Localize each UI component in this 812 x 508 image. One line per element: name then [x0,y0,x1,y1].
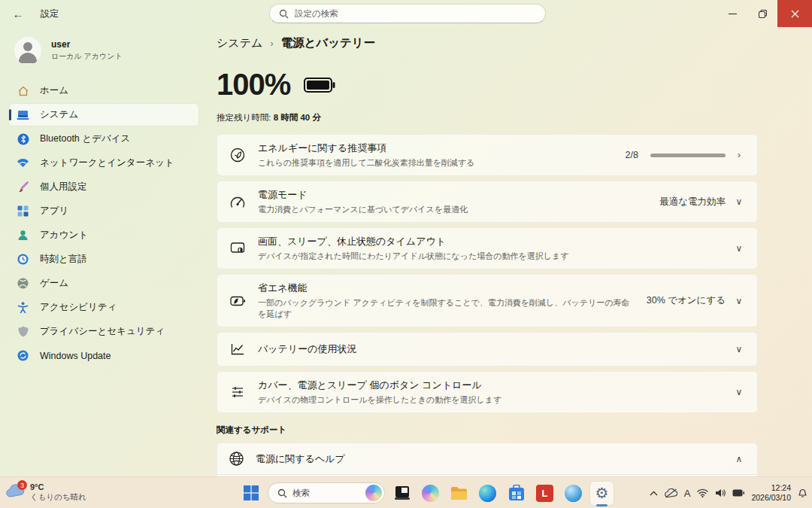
ime-mode-indicator[interactable]: A [684,488,691,499]
taskbar-search-input[interactable]: 検索 [268,482,385,503]
energy-recommendations-row[interactable]: エネルギーに関する推奨事項 これらの推奨事項を適用して二酸化炭素排出量を削減する… [217,134,758,176]
row-subtitle: デバイスの物理コントロールを操作したときの動作を選択します [258,394,721,406]
sidebar: user ローカル アカウント ホーム システム Bluetooth とデバイス… [0,27,208,476]
sidebar-item-label: ホーム [40,84,68,97]
power-help-expander[interactable]: 電源に関するヘルプ ∧ [217,443,757,474]
tray-date: 2026/03/10 [751,493,791,503]
sidebar-item-gaming[interactable]: ゲーム [9,272,198,294]
sidebar-item-apps[interactable]: アプリ [9,200,198,222]
search-icon [279,9,289,19]
battery-percent: 100% [217,68,290,102]
onedrive-paused-icon[interactable] [665,488,677,498]
search-icon [277,488,287,498]
row-subtitle: 電力消費とパフォーマンスに基づいてデバイスを最適化 [258,204,647,215]
settings-app-icon[interactable]: ⚙ [590,482,614,505]
sidebar-item-network[interactable]: ネットワークとインターネット [9,152,198,174]
battery-saver-icon [229,296,246,306]
battery-usage-row[interactable]: バッテリーの使用状況 ∨ [217,332,758,367]
file-explorer-icon[interactable] [447,482,471,505]
sidebar-item-label: 時刻と言語 [40,253,87,266]
screen-sleep-timeouts-row[interactable]: 画面、スリープ、休止状態のタイムアウト デバイスが指定された時間にわたりアイドル… [217,227,758,269]
chevron-down-icon[interactable]: ∨ [733,296,745,306]
volume-icon[interactable] [715,488,726,497]
sidebar-item-label: システム [40,108,78,121]
notification-bell-icon[interactable] [798,488,807,498]
power-help-title: 電源に関するヘルプ [256,452,721,466]
breadcrumb-separator: › [270,38,273,49]
sidebar-item-windows-update[interactable]: Windows Update [9,345,198,367]
sidebar-item-label: Bluetooth とデバイス [40,132,130,145]
lid-power-sleep-controls-row[interactable]: カバー、電源とスリープ 個のボタン コントロール デバイスの物理コントロールを操… [217,371,758,413]
sidebar-item-privacy[interactable]: プライバシーとセキュリティ [9,321,198,342]
close-button[interactable] [777,0,812,27]
back-button[interactable]: ← [8,8,29,20]
chevron-down-icon[interactable]: ∨ [733,243,745,254]
chevron-down-icon[interactable]: ∨ [733,387,745,397]
sidebar-item-time-language[interactable]: 時刻と言語 [9,248,198,270]
leaf-icon [229,148,246,163]
row-title: エネルギーに関する推奨事項 [258,141,614,155]
sidebar-item-home[interactable]: ホーム [9,80,198,102]
energy-saver-dropdown-value[interactable]: 30% でオンにする [647,294,726,307]
row-subtitle: デバイスが指定された時間にわたりアイドル状態になった場合の動作を選択します [258,251,721,262]
chevron-right-icon[interactable]: › [733,150,745,160]
estimate-value: 8 時間 40 分 [274,113,321,122]
xbox-icon [17,277,29,290]
edge-icon[interactable] [476,482,499,505]
minimize-button[interactable] [717,0,747,27]
hidden-icons-button[interactable] [650,491,658,496]
power-mode-dropdown-value[interactable]: 最適な電力効率 [659,196,726,208]
microsoft-store-icon[interactable] [504,482,528,505]
line-app-icon[interactable]: L [533,482,556,505]
notebook-app-icon[interactable] [390,482,414,505]
person-icon [17,229,29,242]
sidebar-item-label: アプリ [40,205,68,217]
sidebar-item-label: プライバシーとセキュリティ [40,325,165,338]
search-placeholder: 設定の検索 [295,8,338,20]
weather-widget[interactable]: 3 9°C くもりのち晴れ [6,481,86,503]
sidebar-item-accessibility[interactable]: アクセシビリティ [9,297,198,318]
sidebar-item-bluetooth[interactable]: Bluetooth とデバイス [9,128,198,150]
battery-estimate: 推定残り時間: 8 時間 40 分 [217,112,758,123]
system-icon [17,108,29,121]
recommendations-progressbar [650,154,726,157]
taskbar: 3 9°C くもりのち晴れ 検索 L ⚙ [0,476,812,508]
clock[interactable]: 12:24 2026/03/10 [751,483,791,503]
sidebar-item-label: アカウント [40,229,88,242]
wifi-tray-icon[interactable] [697,488,708,497]
clock-icon [17,253,29,266]
avatar [14,36,42,65]
sidebar-item-label: ネットワークとインターネット [40,157,174,169]
gauge-icon [229,196,246,208]
breadcrumb-system[interactable]: システム [217,36,262,50]
chevron-down-icon[interactable]: ∨ [733,344,745,354]
sidebar-item-personalization[interactable]: 個人用設定 [9,176,198,198]
battery-tray-icon[interactable] [732,489,744,497]
start-button[interactable] [239,482,262,505]
copilot-search-icon[interactable] [365,485,382,501]
blue-sphere-app-icon[interactable] [562,482,585,505]
update-icon [17,349,29,362]
app-title: 設定 [41,8,59,20]
user-account-item[interactable]: user ローカル アカウント [9,33,198,68]
weather-condition: くもりのち晴れ [30,492,86,503]
taskbar-search-label: 検索 [292,488,360,499]
titlebar: ← 設定 設定の検索 [0,0,812,27]
row-title: 省エネ機能 [258,281,635,295]
battery-icon [304,77,335,93]
apps-icon [17,205,29,217]
power-mode-row[interactable]: 電源モード 電力消費とパフォーマンスに基づいてデバイスを最適化 最適な電力効率 … [217,181,758,223]
sidebar-item-label: アクセシビリティ [40,301,117,314]
user-account-type: ローカル アカウント [51,51,123,62]
chart-icon [229,343,246,355]
settings-search-input[interactable]: 設定の検索 [269,4,546,23]
accessibility-icon [17,301,29,314]
chevron-up-icon[interactable]: ∧ [733,454,745,464]
sidebar-item-system[interactable]: システム [9,104,198,126]
chevron-down-icon[interactable]: ∨ [733,196,745,207]
maximize-button[interactable] [747,0,777,27]
sidebar-item-accounts[interactable]: アカウント [9,224,198,246]
copilot-app-icon[interactable] [419,482,442,505]
weather-cloud-icon: 3 [6,483,26,503]
energy-saver-row[interactable]: 省エネ機能 一部のバックグラウンド アクティビティを制限することで、電力消費を削… [217,274,758,327]
